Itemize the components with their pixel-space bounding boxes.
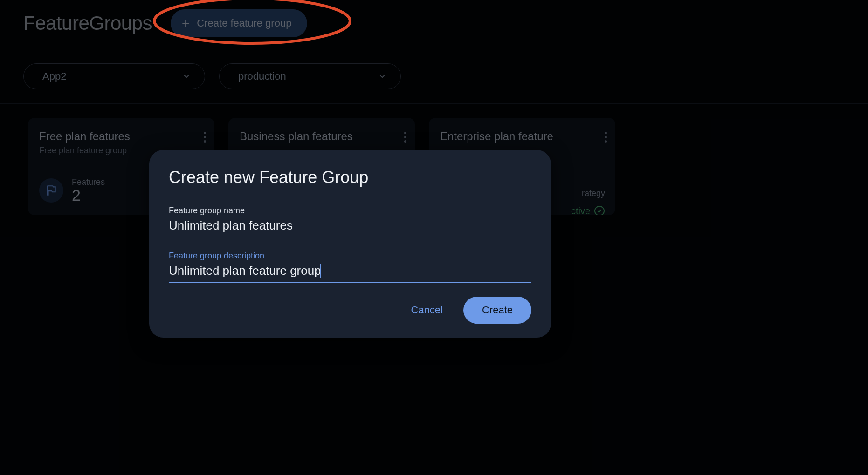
feature-group-name-input[interactable] xyxy=(169,217,531,237)
text-caret xyxy=(320,264,321,278)
name-field-label: Feature group name xyxy=(169,206,531,216)
create-feature-group-modal: Create new Feature Group Feature group n… xyxy=(149,150,551,338)
description-field-label: Feature group description xyxy=(169,251,531,261)
modal-title: Create new Feature Group xyxy=(169,168,531,187)
cancel-button[interactable]: Cancel xyxy=(404,299,449,322)
feature-group-description-input[interactable]: Unlimited plan feature group xyxy=(169,262,531,283)
create-button[interactable]: Create xyxy=(463,297,531,324)
description-value: Unlimited plan feature group xyxy=(169,264,321,278)
